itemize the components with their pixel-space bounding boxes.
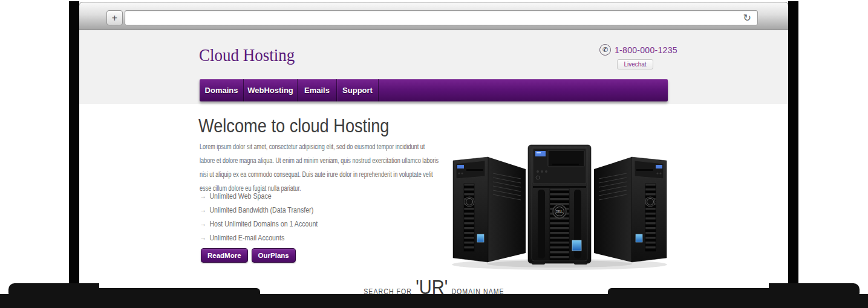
refresh-icon[interactable]: ↻ bbox=[743, 13, 751, 23]
webpage: Cloud Hosting ✆ 1-800-000-1235 Livechat … bbox=[79, 30, 789, 294]
site-logo: Cloud Hosting bbox=[199, 45, 295, 65]
new-tab-button[interactable]: + bbox=[106, 10, 123, 25]
nav-item-webhosting[interactable]: WebHosting bbox=[243, 79, 297, 101]
nav-filler bbox=[378, 79, 668, 101]
server-tower-center: DELL bbox=[528, 145, 591, 265]
address-input[interactable] bbox=[130, 11, 743, 25]
phone-number[interactable]: 1-800-000-1235 bbox=[615, 45, 677, 55]
server-tower-right bbox=[594, 157, 667, 262]
address-bar[interactable]: ↻ bbox=[125, 10, 758, 25]
feature-text: Host Unlimited Domains on 1 Account bbox=[209, 219, 318, 228]
feature-list: →Unlimited Web Space →Unlimited Bandwidt… bbox=[200, 189, 364, 245]
read-more-button[interactable]: ReadMore bbox=[201, 248, 248, 263]
arrow-icon: → bbox=[200, 219, 206, 228]
main-navigation: Domains WebHosting Emails Support bbox=[200, 79, 668, 101]
nav-item-emails[interactable]: Emails bbox=[297, 79, 336, 101]
mockup-left-edge bbox=[69, 1, 79, 295]
phone-contact: ✆ 1-800-000-1235 bbox=[599, 44, 677, 56]
intro-paragraph: Lorem ipsum dolor sit amet, consectetur … bbox=[200, 140, 439, 195]
arrow-icon: → bbox=[200, 233, 206, 242]
feature-item: →Unlimited E-mail Accounts bbox=[200, 231, 364, 245]
nav-item-domains[interactable]: Domains bbox=[200, 79, 243, 101]
feature-item: →Host Unlimited Domains on 1 Account bbox=[200, 217, 364, 231]
mockup-bottom-shadow bbox=[0, 294, 868, 308]
arrow-icon: → bbox=[200, 191, 206, 201]
nav-item-support[interactable]: Support bbox=[336, 79, 378, 101]
page-title: Welcome to cloud Hosting bbox=[198, 115, 389, 137]
dell-badge-text: DELL bbox=[556, 210, 563, 213]
feature-item: →Unlimited Web Space bbox=[200, 189, 364, 203]
feature-text: Unlimited Bandwidth (Data Transfer) bbox=[209, 205, 313, 214]
livechat-button[interactable]: Livechat bbox=[617, 59, 653, 69]
feature-item: →Unlimited Bandwidth (Data Transfer) bbox=[200, 203, 364, 217]
browser-toolbar: + ↻ bbox=[79, 2, 789, 30]
our-plans-button[interactable]: OurPlans bbox=[252, 248, 296, 263]
feature-text: Unlimited E-mail Accounts bbox=[209, 233, 284, 242]
cta-row: ReadMore OurPlans bbox=[201, 248, 296, 263]
phone-icon: ✆ bbox=[599, 44, 611, 56]
mockup-right-edge bbox=[788, 1, 798, 295]
feature-text: Unlimited Web Space bbox=[209, 191, 271, 201]
server-towers-image: DELL bbox=[449, 139, 670, 272]
server-tower-left bbox=[453, 157, 526, 262]
arrow-icon: → bbox=[200, 205, 206, 214]
screenshot-root: + ↻ Cloud Hosting ✆ 1-800-000-1235 Livec… bbox=[0, 0, 868, 308]
